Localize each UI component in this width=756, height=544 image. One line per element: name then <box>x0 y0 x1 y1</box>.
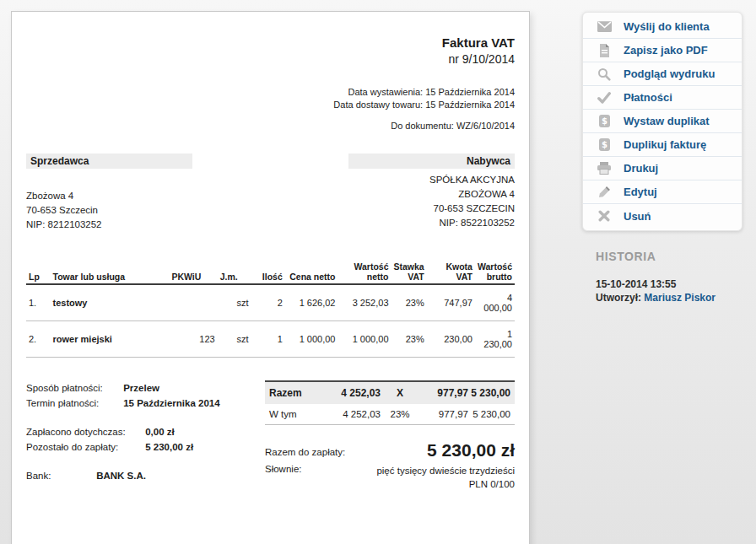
table-row: 2. rower miejski 123 szt 1 1 000,00 1 00… <box>26 321 515 358</box>
history-timestamp: 15-10-2014 13:55 <box>596 277 748 291</box>
col-header-name: Towar lub usługa <box>51 260 170 284</box>
dollar-icon: $ <box>597 137 612 152</box>
summary-breakdown-gross: 5 230,00 <box>468 409 510 419</box>
issue-date-label: Data wystawienia: <box>348 87 423 97</box>
bank-value: BANK S.A. <box>96 471 146 481</box>
buyer-line: NIP: 8522103252 <box>348 216 515 230</box>
history-section: HISTORIA 15-10-2014 13:55 Utworzył: Mari… <box>596 250 748 304</box>
delivery-date-label: Data dostawy towaru: <box>333 100 423 110</box>
item-vat: 230,00 <box>427 321 475 358</box>
issue-date-row: Data wystawienia: 15 Października 2014 <box>26 86 515 99</box>
invoice-title: Faktura VAT <box>26 35 515 50</box>
pencil-icon <box>597 185 612 199</box>
magnifier-icon <box>597 67 612 81</box>
in-words-line1: pięć tysięcy dwieście trzydzieści <box>376 466 515 476</box>
col-header-net: Wartość netto <box>338 260 391 284</box>
in-words-value: pięć tysięcy dwieście trzydzieści PLN 0/… <box>376 464 515 491</box>
action-edit[interactable]: Edytuj <box>583 180 742 204</box>
delete-icon <box>597 209 612 224</box>
envelope-icon <box>597 19 612 34</box>
col-header-jm: J.m. <box>218 260 251 284</box>
related-document-label: Do dokumentu: <box>391 121 454 131</box>
related-document-row: Do dokumentu: WZ/6/10/2014 <box>26 121 515 131</box>
action-label: Usuń <box>624 210 651 223</box>
delivery-date-value: 15 Października 2014 <box>425 100 515 110</box>
payment-method-group: Sposób płatności: Przelew Termin płatnoś… <box>26 380 261 411</box>
summary-breakdown-vat: 977,97 <box>419 409 468 419</box>
svg-text:$: $ <box>602 140 608 149</box>
paid-value: 0,00 zł <box>145 427 175 437</box>
payment-due-label: Termin płatności: <box>26 396 121 411</box>
action-duplicate-invoice[interactable]: $ Duplikuj fakturę <box>583 133 742 157</box>
item-pkwiu <box>169 284 217 321</box>
action-label: Wyślij do klienta <box>624 20 710 33</box>
action-save-as-pdf[interactable]: Zapisz jako PDF <box>583 39 742 62</box>
buyer-block: Nabywca SPÓŁKA AKCYJNA ZBOŻOWA 4 70-653 … <box>348 154 515 232</box>
item-net: 3 252,03 <box>338 284 391 321</box>
in-words-label: Słownie: <box>265 464 301 491</box>
remaining-row: Pozostało do zapłaty: 5 230,00 zł <box>26 439 261 455</box>
summary-total-label: Razem <box>269 387 316 399</box>
summary-breakdown-label: W tym <box>269 409 316 419</box>
history-user-link[interactable]: Mariusz Piskor <box>644 292 716 304</box>
payment-details: Sposób płatności: Przelew Termin płatnoś… <box>26 380 261 497</box>
remaining-label: Pozostało do zapłaty: <box>26 439 143 455</box>
check-icon <box>597 90 612 105</box>
action-delete[interactable]: Usuń <box>583 204 742 228</box>
item-vat: 747,97 <box>427 284 475 321</box>
action-issue-duplicate[interactable]: $ Wystaw duplikat <box>583 110 742 133</box>
action-payments[interactable]: Płatności <box>583 86 742 110</box>
paid-label: Zapłacono dotychczas: <box>26 424 143 439</box>
col-header-lp: Lp <box>26 260 51 284</box>
buyer-header: Nabywca <box>348 154 515 169</box>
seller-block: Sprzedawca Zbożowa 4 70-653 Szczecin NIP… <box>26 154 192 232</box>
col-header-vat-rate: Stawka VAT <box>392 260 427 284</box>
action-print-preview[interactable]: Podgląd wydruku <box>583 62 742 86</box>
summary-total-vat: 977,97 <box>419 387 468 399</box>
seller-header: Sprzedawca <box>26 154 192 169</box>
summary-breakdown-rate: 23% <box>381 409 419 419</box>
invoice-document: Faktura VAT nr 9/10/2014 Data wystawieni… <box>11 11 530 544</box>
issue-date-value: 15 Października 2014 <box>425 87 515 97</box>
svg-text:$: $ <box>602 116 608 126</box>
invoice-lower-section: Sposób płatności: Przelew Termin płatnoś… <box>26 380 515 497</box>
col-header-pkwiu: PKWiU <box>169 260 217 284</box>
seller-line: NIP: 8212103252 <box>26 218 192 232</box>
invoice-actions-panel: Wyślij do klienta Zapisz jako PDF Podglą… <box>582 12 742 231</box>
payment-method-value: Przelew <box>123 383 159 393</box>
col-header-qty: Ilość <box>251 260 285 284</box>
buyer-line: SPÓŁKA AKCYJNA <box>348 173 515 187</box>
vat-summary: Razem 4 252,03 X 977,97 5 230,00 W tym 4… <box>265 380 515 497</box>
action-label: Drukuj <box>624 162 658 175</box>
action-label: Płatności <box>624 91 672 104</box>
item-name: rower miejski <box>51 321 170 358</box>
seller-address: Zbożowa 4 70-653 Szczecin NIP: 821210325… <box>26 189 192 232</box>
action-send-to-client[interactable]: Wyślij do klienta <box>583 15 742 39</box>
total-due-amount: 5 230,00 zł <box>427 440 515 461</box>
payment-due-row: Termin płatności: 15 Października 2014 <box>26 396 261 411</box>
payment-method-label: Sposób płatności: <box>26 380 121 396</box>
item-lp: 2. <box>26 321 51 358</box>
invoice-dates: Data wystawienia: 15 Października 2014 D… <box>26 86 515 111</box>
item-gross: 4 000,00 <box>475 284 515 321</box>
history-action-label: Utworzył: <box>596 292 641 304</box>
bank-label: Bank: <box>26 468 94 483</box>
action-label: Duplikuj fakturę <box>624 138 706 151</box>
pdf-icon <box>597 43 612 57</box>
item-unit-net: 1 000,00 <box>285 321 338 358</box>
seller-line: 70-653 Szczecin <box>26 203 192 218</box>
action-print[interactable]: Drukuj <box>583 157 742 180</box>
summary-total-row: Razem 4 252,03 X 977,97 5 230,00 <box>265 380 515 404</box>
action-label: Wystaw duplikat <box>624 115 710 127</box>
invoice-header: Faktura VAT nr 9/10/2014 <box>26 35 515 66</box>
delivery-date-row: Data dostawy towaru: 15 Października 201… <box>26 99 515 111</box>
item-jm: szt <box>218 284 251 321</box>
history-action-row: Utworzył: Mariusz Piskor <box>596 291 748 304</box>
buyer-address: SPÓŁKA AKCYJNA ZBOŻOWA 4 70-653 SZCZECIN… <box>348 173 515 230</box>
history-entry: 15-10-2014 13:55 Utworzył: Mariusz Pisko… <box>596 277 748 304</box>
related-document-value: WZ/6/10/2014 <box>456 121 515 131</box>
remaining-value: 5 230,00 zł <box>145 442 193 452</box>
printer-icon <box>597 161 612 175</box>
action-label: Zapisz jako PDF <box>624 44 708 57</box>
summary-breakdown-net: 4 252,03 <box>316 409 381 419</box>
